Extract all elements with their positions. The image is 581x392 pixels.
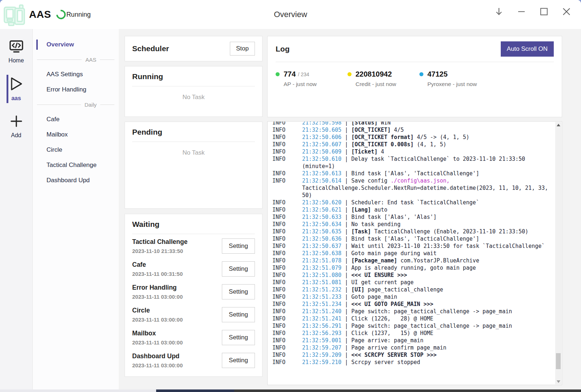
log-segment: App is already running, goto main page (351, 265, 476, 271)
log-line: INFO21:32:59.001 | Page arrive: page_mai… (272, 337, 551, 344)
stat-dot-icon (419, 72, 423, 76)
waiting-task-next-run: 2023-11-11 03:00:00 (132, 362, 183, 368)
waiting-task-name: Tactical Challenge (132, 238, 187, 246)
nav-item-tactical-challenge[interactable]: Tactical Challenge (33, 158, 119, 173)
log-level: INFO (272, 122, 302, 126)
minimize-button[interactable] (514, 4, 529, 19)
dashboard-stat: 774/ 234AP - just now (276, 70, 348, 87)
waiting-task-row: Cafe2023-11-11 00:31:50Setting (132, 258, 255, 280)
log-timestamp: 21:32:59.207 (302, 344, 341, 351)
waiting-task-next-run: 2023-11-11 03:00:00 (132, 294, 183, 300)
nav-item-mailbox[interactable]: Mailbox (33, 127, 119, 142)
log-level: INFO (272, 301, 302, 308)
log-line: INFO21:32:51.233 | Goto page_main (272, 293, 551, 301)
log-message: 21:32:50.614 | Save config ./config\aas.… (302, 177, 551, 199)
log-message: 21:32:51.234 | <<< UI GOTO PAGE_MAIN >>> (302, 301, 551, 308)
nav-item-cafe[interactable]: Cafe (33, 112, 119, 127)
log-line: INFO21:32:51.079 | App is already runnin… (272, 264, 551, 271)
log-level: INFO (272, 177, 302, 199)
log-level: INFO (272, 141, 302, 148)
nav-item-error-handling[interactable]: Error Handling (33, 82, 119, 97)
log-timestamp: 21:32:50.637 (302, 243, 341, 249)
log-separator: | (341, 170, 351, 177)
log-segment: Bind task ['Alas', 'Alas'] (351, 214, 436, 220)
app-logo-icon (3, 4, 27, 26)
log-message: 21:32:50.607 | [OCR_TICKET 0.008s] (4, 1… (302, 141, 551, 148)
dashboard-stats: 774/ 234AP - just now220810942Credit - j… (276, 62, 554, 87)
log-timestamp: 21:32:56.291 (302, 323, 341, 329)
stop-button[interactable]: Stop (230, 42, 255, 56)
log-separator: | (341, 156, 351, 162)
log-separator: | (341, 141, 351, 148)
log-message: 21:32:51.241 | Click (1226, 28) @ HOME (302, 315, 551, 322)
log-separator: | (341, 308, 351, 315)
log-separator: | (341, 301, 351, 307)
log-level: INFO (272, 293, 302, 301)
log-lines: INFO21:32:50.598 | [Status] WININFO21:32… (272, 122, 551, 366)
scroll-down-icon[interactable] (555, 379, 561, 384)
log-message: 21:32:50.636 | Bind task ['Alas', 'Tacti… (302, 235, 551, 242)
window-controls (492, 4, 574, 19)
rail-item-label: Home (8, 57, 24, 64)
log-separator: | (341, 228, 351, 235)
log-segment: auto (371, 207, 387, 213)
pending-card: Pending No Task (125, 122, 263, 209)
task-setting-button[interactable]: Setting (222, 284, 255, 299)
task-setting-button[interactable]: Setting (222, 261, 255, 277)
rail-item-aas[interactable]: aas (0, 73, 32, 105)
log-scrollbar[interactable] (555, 122, 561, 384)
desktop-background: AAS Running Overview (0, 0, 581, 392)
log-level: INFO (272, 257, 302, 264)
nav-item-circle[interactable]: Circle (33, 142, 119, 158)
log-console[interactable]: INFO21:32:50.598 | [Status] WININFO21:32… (267, 121, 562, 385)
log-level: INFO (272, 337, 302, 344)
log-message: 21:32:50.621 | [Lang] auto (302, 206, 551, 213)
log-level: INFO (272, 199, 302, 206)
log-line: INFO21:32:59.209 | <<< SCRCPY SERVER STO… (272, 351, 551, 359)
rail-item-home[interactable]: Home (0, 36, 32, 67)
log-segment: [UI] (351, 286, 364, 293)
task-setting-button[interactable]: Setting (222, 330, 255, 345)
update-download-icon[interactable] (492, 4, 506, 19)
rail-item-add[interactable]: Add (0, 110, 32, 142)
log-timestamp: 21:32:51.079 (302, 265, 341, 271)
nav-item-dashboard-upd[interactable]: Dashboard Upd (33, 173, 119, 188)
close-icon[interactable] (559, 4, 574, 19)
log-segment: com.YostarJP.BlueArchive (397, 257, 479, 264)
log-segment: [OCR_TICKET format] (351, 134, 414, 140)
log-timestamp: 21:32:51.078 (302, 257, 341, 264)
log-separator: | (341, 344, 351, 351)
log-line: INFO21:32:50.605 | [OCR_TICKET] 4/5 (272, 126, 551, 134)
log-level: INFO (272, 330, 302, 337)
log-message: 21:32:50.638 | Goto main page during wai… (302, 250, 551, 257)
maximize-button[interactable] (537, 4, 551, 19)
running-spinner-icon (54, 8, 68, 21)
scrollbar-thumb[interactable] (556, 353, 561, 369)
auto-scroll-toggle[interactable]: Auto Scroll ON (501, 41, 554, 57)
log-line: INFO21:32:56.291 | Page switch: page_tac… (272, 322, 551, 330)
log-segment: Save config (351, 177, 390, 184)
task-setting-button[interactable]: Setting (222, 353, 255, 368)
log-line: INFO21:32:50.635 | [Task] TacticalChalle… (272, 228, 551, 235)
task-setting-button[interactable]: Setting (222, 307, 255, 322)
nav-item-aas-settings[interactable]: AAS Settings (33, 67, 119, 82)
waiting-task-info: Circle2023-11-11 03:00:00 (132, 307, 183, 323)
log-separator: | (341, 359, 351, 366)
log-segment: 4/5 -> (4, 1, 5) (414, 134, 470, 140)
log-line: INFO21:32:50.598 | [Status] WIN (272, 122, 551, 126)
log-timestamp: 21:32:50.610 (302, 156, 341, 162)
nav-item-overview[interactable]: Overview (33, 37, 119, 52)
task-setting-button[interactable]: Setting (222, 238, 255, 254)
log-level: INFO (272, 126, 302, 134)
log-separator: | (341, 286, 351, 293)
scheduler-card: Scheduler Stop (125, 36, 263, 61)
log-line: INFO21:32:50.609 | [Ticket] 4 (272, 148, 551, 155)
log-separator: | (341, 134, 351, 140)
log-segment: Page switch: page_tactical_challenge -> … (351, 323, 512, 329)
stat-dot-icon (276, 72, 280, 76)
log-segment: Page arrive confirm page_main (351, 344, 446, 351)
log-timestamp: 21:32:50.609 (302, 148, 341, 155)
log-segment: Click (1226, 28) @ HOME (351, 315, 433, 322)
log-separator: | (341, 199, 351, 206)
scroll-up-icon[interactable] (555, 122, 561, 128)
